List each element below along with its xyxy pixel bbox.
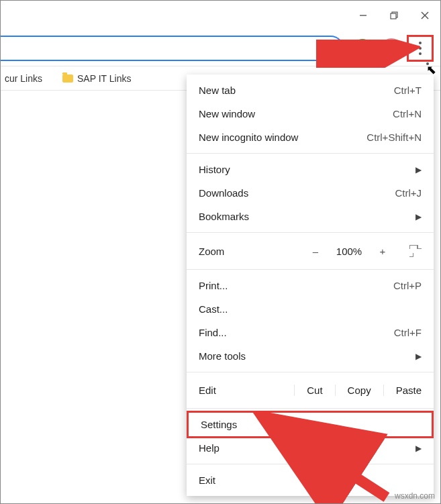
profile-avatar[interactable] [381,38,401,58]
menu-zoom-row: Zoom – 100% + [187,237,434,265]
folder-icon [62,74,73,83]
menu-more-tools[interactable]: More tools ▶ [187,344,434,368]
bookmark-label: SAP IT Links [77,73,131,84]
zoom-out-button[interactable]: – [302,246,329,257]
chevron-right-icon: ▶ [415,352,422,361]
chrome-menu-button[interactable]: ⬉ [407,35,434,62]
edit-cut[interactable]: Cut [294,385,334,396]
menu-cast[interactable]: Cast... [187,297,434,321]
menu-downloads[interactable]: Downloads Ctrl+J [187,181,434,205]
menu-find[interactable]: Find... Ctrl+F [187,321,434,344]
browser-toolbar: ☆ off ⬉ [1,30,440,66]
menu-print[interactable]: Print... Ctrl+P [187,274,434,297]
bookmark-item[interactable]: SAP IT Links [62,73,131,84]
chevron-right-icon: ▶ [415,444,422,453]
menu-history[interactable]: History ▶ [187,158,434,181]
zoom-value: 100% [329,246,369,257]
chrome-menu: New tab Ctrl+T New window Ctrl+N New inc… [187,74,434,496]
chevron-right-icon: ▶ [415,165,422,174]
menu-exit[interactable]: Exit [187,468,434,492]
menu-incognito[interactable]: New incognito window Ctrl+Shift+N [187,125,434,149]
menu-edit-row: Edit Cut Copy Paste [187,376,434,404]
window-maximize-button[interactable] [379,1,409,30]
edit-paste[interactable]: Paste [383,385,434,396]
minimize-icon [359,11,367,19]
maximize-icon [390,11,399,20]
menu-bookmarks[interactable]: Bookmarks ▶ [187,205,434,228]
menu-new-tab[interactable]: New tab Ctrl+T [187,79,434,102]
watermark: wsxdn.com [395,491,435,501]
bookmark-star-icon[interactable]: ☆ [322,40,334,56]
zoom-in-button[interactable]: + [369,246,396,257]
cursor-icon: ⬉ [426,62,429,65]
edit-copy[interactable]: Copy [335,385,383,396]
window-title-bar [1,1,440,30]
menu-help[interactable]: Help ▶ [187,436,434,460]
menu-settings[interactable]: Settings [187,411,434,438]
address-bar[interactable]: ☆ [1,36,344,61]
chevron-right-icon: ▶ [415,212,422,221]
fullscreen-button[interactable] [409,245,422,257]
extension-badge: off [363,52,376,60]
window-minimize-button[interactable] [348,1,379,30]
svg-rect-2 [391,13,396,19]
menu-new-window[interactable]: New window Ctrl+N [187,102,434,125]
bookmark-item[interactable]: cur Links [5,73,42,84]
close-icon [421,11,429,19]
extension-button[interactable]: off [353,39,372,58]
window-close-button[interactable] [409,1,440,30]
bookmark-label: cur Links [5,73,42,84]
